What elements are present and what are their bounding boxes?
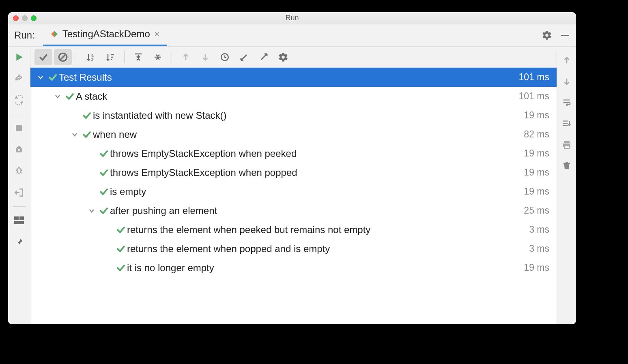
soft-wrap-icon[interactable]: [561, 97, 572, 108]
svg-point-3: [19, 150, 20, 151]
test-node-label: A stack: [76, 91, 519, 102]
close-window-button[interactable]: [13, 15, 19, 21]
left-action-gutter: [8, 47, 30, 324]
test-duration: 101 ms: [519, 72, 549, 83]
run-config-name: TestingAStackDemo: [62, 28, 150, 40]
show-ignored-icon[interactable]: [54, 49, 72, 65]
test-node-label: throws EmptyStackException when peeked: [110, 148, 524, 159]
test-passed-icon: [81, 130, 93, 139]
svg-rect-0: [561, 35, 569, 36]
run-label: Run:: [14, 30, 35, 41]
next-failed-icon[interactable]: [196, 49, 214, 65]
collapse-all-icon[interactable]: [149, 49, 167, 65]
run-config-tab[interactable]: TestingAStackDemo: [43, 24, 167, 46]
dump-threads-icon[interactable]: [13, 144, 25, 155]
test-tree-row[interactable]: after pushing an element25 ms: [30, 201, 557, 220]
test-passed-icon: [47, 73, 59, 82]
layout-icon[interactable]: [13, 215, 25, 226]
scroll-to-end-icon[interactable]: [561, 118, 572, 129]
debug-icon[interactable]: [13, 165, 25, 177]
test-duration: 3 ms: [529, 224, 549, 235]
rerun-failed-icon[interactable]: [13, 73, 25, 84]
chevron-down-icon[interactable]: [34, 74, 47, 81]
show-passed-icon[interactable]: [34, 49, 52, 65]
svg-rect-12: [564, 141, 570, 143]
zoom-window-button[interactable]: [31, 15, 37, 21]
test-passed-icon: [81, 111, 93, 120]
hide-panel-icon[interactable]: [560, 30, 570, 40]
test-passed-icon: [98, 206, 110, 216]
svg-rect-6: [14, 221, 24, 224]
test-node-label: when new: [93, 129, 524, 140]
svg-rect-5: [19, 216, 24, 220]
rerun-icon[interactable]: [13, 51, 25, 63]
right-action-gutter: [557, 47, 576, 324]
import-tests-icon[interactable]: [235, 49, 253, 65]
test-tree-row[interactable]: returns the element when peeked but rema…: [30, 220, 557, 239]
test-tree-row[interactable]: throws EmptyStackException when popped19…: [30, 163, 557, 182]
stop-icon[interactable]: [13, 122, 25, 134]
test-tree-row[interactable]: is empty19 ms: [30, 182, 557, 201]
test-passed-icon: [115, 263, 127, 273]
expand-all-icon[interactable]: [129, 49, 147, 65]
test-toolbar: az: [30, 47, 557, 68]
close-tab-icon[interactable]: [154, 31, 160, 37]
titlebar[interactable]: Run: [8, 12, 576, 24]
test-tree-row[interactable]: A stack101 ms: [30, 87, 557, 106]
test-duration: 19 ms: [524, 148, 549, 159]
export-tests-icon[interactable]: [255, 49, 273, 65]
sort-by-duration-icon[interactable]: [101, 49, 119, 65]
test-node-label: throws EmptyStackException when popped: [110, 167, 524, 178]
window-title: Run: [285, 14, 299, 22]
traffic-lights: [13, 15, 37, 21]
test-tree-row[interactable]: it is no longer empty19 ms: [30, 258, 557, 277]
test-node-label: returns the element when peeked but rema…: [127, 224, 529, 236]
test-tree-row[interactable]: throws EmptyStackException when peeked19…: [30, 144, 557, 163]
test-tree-row[interactable]: returns the element when popped and is e…: [30, 239, 557, 258]
scroll-down-icon[interactable]: [561, 76, 572, 87]
clear-all-icon[interactable]: [561, 160, 572, 171]
test-passed-icon: [98, 149, 110, 158]
toggle-auto-test-icon[interactable]: [13, 94, 25, 106]
minimize-window-button[interactable]: [22, 15, 28, 21]
run-config-icon: [50, 30, 58, 38]
test-duration: 19 ms: [524, 110, 549, 121]
test-results-tree[interactable]: Test Results101 msA stack101 msis instan…: [30, 68, 557, 324]
test-node-label: is empty: [110, 186, 524, 197]
test-history-icon[interactable]: [216, 49, 234, 65]
previous-failed-icon[interactable]: [177, 49, 195, 65]
test-duration: 101 ms: [519, 91, 549, 102]
svg-rect-14: [564, 146, 569, 148]
test-node-label: returns the element when popped and is e…: [127, 243, 529, 255]
chevron-down-icon[interactable]: [52, 93, 64, 100]
svg-rect-4: [14, 216, 19, 220]
test-passed-icon: [98, 168, 110, 178]
settings-icon[interactable]: [542, 30, 552, 41]
run-tabbar: Run: TestingAStackDemo: [8, 24, 576, 47]
scroll-up-icon[interactable]: [561, 55, 572, 66]
test-tree-row[interactable]: when new82 ms: [30, 125, 557, 144]
test-passed-icon: [115, 244, 127, 254]
sort-alphabetically-icon[interactable]: az: [82, 49, 100, 65]
test-node-label: is instantiated with new Stack(): [93, 110, 524, 121]
pin-icon[interactable]: [13, 236, 25, 248]
test-settings-icon[interactable]: [274, 49, 292, 65]
svg-text:z: z: [91, 57, 93, 62]
test-tree-row[interactable]: is instantiated with new Stack()19 ms: [30, 106, 557, 125]
test-node-label: Test Results: [59, 72, 519, 83]
svg-line-8: [60, 54, 66, 60]
chevron-down-icon[interactable]: [69, 131, 81, 138]
test-duration: 19 ms: [524, 186, 549, 197]
test-duration: 19 ms: [524, 167, 549, 178]
test-passed-icon: [115, 225, 127, 235]
test-node-label: after pushing an element: [110, 205, 524, 216]
test-node-label: it is no longer empty: [127, 262, 524, 274]
print-icon[interactable]: [561, 139, 572, 150]
test-passed-icon: [98, 187, 110, 197]
exit-icon[interactable]: [13, 187, 25, 198]
test-passed-icon: [64, 92, 76, 101]
test-duration: 82 ms: [524, 129, 549, 140]
chevron-down-icon[interactable]: [86, 208, 98, 214]
test-duration: 19 ms: [524, 262, 549, 273]
test-tree-row[interactable]: Test Results101 ms: [30, 68, 557, 87]
